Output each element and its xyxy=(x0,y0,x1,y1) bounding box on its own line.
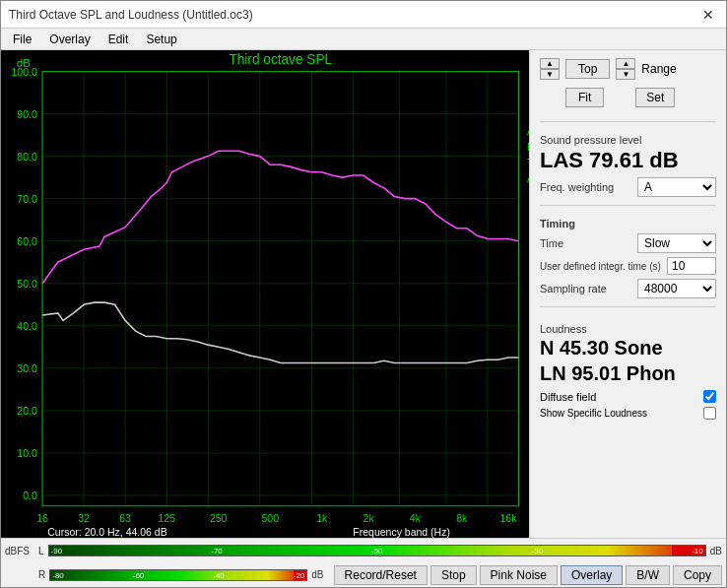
spl-section: Sound pressure level LAS 79.61 dB Freq. … xyxy=(540,134,716,197)
sampling-rate-row: Sampling rate 48000 44100 96000 xyxy=(540,279,716,298)
loudness-n-value: N 45.30 Sone LN 95.01 Phon xyxy=(540,335,716,386)
top-spin-up[interactable]: ▲ xyxy=(540,58,560,69)
svg-text:1k: 1k xyxy=(316,512,328,524)
svg-text:A: A xyxy=(527,172,529,184)
time-row: Time Slow Fast Impulse xyxy=(540,233,716,253)
svg-text:70.0: 70.0 xyxy=(17,193,37,205)
meter-row-right: R -80 -60 -40 -20 dB Record/Reset Stop xyxy=(1,562,726,587)
range-spin-down[interactable]: ▼ xyxy=(616,69,635,80)
range-spin-up[interactable]: ▲ xyxy=(616,58,635,69)
svg-text:63: 63 xyxy=(119,512,131,524)
title-bar: Third Octave SPL and Loudness (Untitled.… xyxy=(1,1,726,29)
top-button[interactable]: Top xyxy=(565,59,610,79)
svg-text:80.0: 80.0 xyxy=(17,151,37,163)
svg-text:dB: dB xyxy=(17,56,31,69)
svg-text:16k: 16k xyxy=(500,512,518,524)
top-fit-range-controls: ▲ ▼ Top ▲ ▼ Range xyxy=(540,58,716,80)
svg-text:Third octave SPL: Third octave SPL xyxy=(229,51,332,67)
show-specific-label: Show Specific Loudness xyxy=(540,408,647,419)
svg-text:90.0: 90.0 xyxy=(17,108,37,120)
diffuse-field-label: Diffuse field xyxy=(540,391,596,403)
time-select[interactable]: Slow Fast Impulse xyxy=(637,233,716,253)
svg-text:8k: 8k xyxy=(456,512,468,524)
timing-section-label: Timing xyxy=(540,218,716,229)
side-panel: ▲ ▼ Top ▲ ▼ Range Fit Set Sou xyxy=(529,50,726,538)
stop-button[interactable]: Stop xyxy=(430,565,477,585)
diffuse-field-checkbox[interactable] xyxy=(703,390,716,403)
right-channel-label: R xyxy=(38,569,45,580)
divider-1 xyxy=(540,121,716,122)
sampling-rate-select[interactable]: 48000 44100 96000 xyxy=(637,279,716,298)
user-defined-row: User defined integr. time (s) xyxy=(540,257,716,275)
diffuse-field-row: Diffuse field xyxy=(540,390,716,403)
range-spinner: ▲ ▼ xyxy=(616,58,635,80)
pink-noise-button[interactable]: Pink Noise xyxy=(480,565,558,585)
svg-text:A: A xyxy=(527,125,529,137)
svg-text:250: 250 xyxy=(210,512,228,524)
db-label-right2: dB xyxy=(311,569,323,580)
spl-section-label: Sound pressure level xyxy=(540,134,716,146)
menu-edit[interactable]: Edit xyxy=(100,31,137,48)
svg-text:0.0: 0.0 xyxy=(23,490,37,501)
sampling-rate-label: Sampling rate xyxy=(540,283,637,294)
record-reset-button[interactable]: Record/Reset xyxy=(334,565,428,585)
menu-file[interactable]: File xyxy=(5,31,39,48)
menu-overlay[interactable]: Overlay xyxy=(41,31,98,48)
meter-row-left: dBFS L -90 -70 -50 -30 -10 dB xyxy=(1,539,726,562)
divider-2 xyxy=(540,205,716,206)
bw-button[interactable]: B/W xyxy=(626,565,670,585)
freq-weighting-row: Freq. weighting A B C Z xyxy=(540,177,716,197)
meter-bar-right: -80 -60 -40 -20 xyxy=(49,569,307,581)
svg-text:125: 125 xyxy=(158,512,175,524)
svg-text:2k: 2k xyxy=(364,512,375,524)
svg-rect-23 xyxy=(42,72,518,506)
divider-3 xyxy=(540,306,716,307)
svg-text:60.0: 60.0 xyxy=(17,235,37,247)
freq-weighting-select[interactable]: A B C Z xyxy=(637,177,716,197)
dbfs-label: dBFS xyxy=(5,546,36,556)
main-window: Third Octave SPL and Loudness (Untitled.… xyxy=(0,0,727,588)
show-specific-row: Show Specific Loudness xyxy=(540,407,716,420)
svg-text:40.0: 40.0 xyxy=(17,320,37,332)
user-defined-label: User defined integr. time (s) xyxy=(540,261,667,272)
svg-text:16: 16 xyxy=(36,512,48,524)
meter-bar-left: -90 -70 -50 -30 -10 xyxy=(48,545,706,556)
chart-area: 100.0 90.0 80.0 70.0 60.0 50.0 40.0 30.0… xyxy=(1,50,529,538)
window-title: Third Octave SPL and Loudness (Untitled.… xyxy=(9,8,253,22)
svg-text:T: T xyxy=(527,157,529,168)
main-content: 100.0 90.0 80.0 70.0 60.0 50.0 40.0 30.0… xyxy=(1,50,726,538)
svg-text:50.0: 50.0 xyxy=(17,278,37,290)
freq-weighting-label: Freq. weighting xyxy=(540,181,637,193)
svg-text:4k: 4k xyxy=(410,512,422,524)
svg-text:Frequency band (Hz): Frequency band (Hz) xyxy=(353,526,450,538)
close-button[interactable]: ✕ xyxy=(698,5,718,25)
menu-setup[interactable]: Setup xyxy=(138,31,184,48)
svg-text:20.0: 20.0 xyxy=(17,405,37,417)
left-channel-label: L xyxy=(38,546,44,556)
loudness-section: Loudness N 45.30 Sone LN 95.01 Phon Diff… xyxy=(540,323,716,420)
db-label-right: dB xyxy=(710,546,722,556)
bottom-bar: dBFS L -90 -70 -50 -30 -10 dB xyxy=(1,538,726,587)
chart-svg: 100.0 90.0 80.0 70.0 60.0 50.0 40.0 30.0… xyxy=(1,50,529,538)
menu-bar: File Overlay Edit Setup xyxy=(1,29,726,50)
svg-text:R: R xyxy=(527,141,529,153)
svg-text:500: 500 xyxy=(261,512,279,524)
overlay-button[interactable]: Overlay xyxy=(561,565,623,585)
copy-button[interactable]: Copy xyxy=(673,565,722,585)
fit-button[interactable]: Fit xyxy=(565,88,604,107)
top-spin-down[interactable]: ▼ xyxy=(540,69,560,80)
timing-section: Timing Time Slow Fast Impulse User defin… xyxy=(540,218,716,298)
fit-set-controls: Fit Set xyxy=(540,88,716,107)
time-label: Time xyxy=(540,237,637,249)
action-buttons: Record/Reset Stop Pink Noise Overlay B/W… xyxy=(334,562,722,587)
svg-text:30.0: 30.0 xyxy=(17,362,37,374)
svg-text:10.0: 10.0 xyxy=(17,447,37,459)
svg-text:Cursor:  20.0 Hz, 44.06 dB: Cursor: 20.0 Hz, 44.06 dB xyxy=(47,526,166,538)
show-specific-checkbox[interactable] xyxy=(703,407,716,420)
svg-text:32: 32 xyxy=(78,512,90,524)
set-button[interactable]: Set xyxy=(635,88,675,107)
range-label: Range xyxy=(641,62,676,76)
user-defined-input[interactable] xyxy=(667,257,716,275)
top-spinner: ▲ ▼ xyxy=(540,58,560,80)
loudness-section-label: Loudness xyxy=(540,323,716,335)
